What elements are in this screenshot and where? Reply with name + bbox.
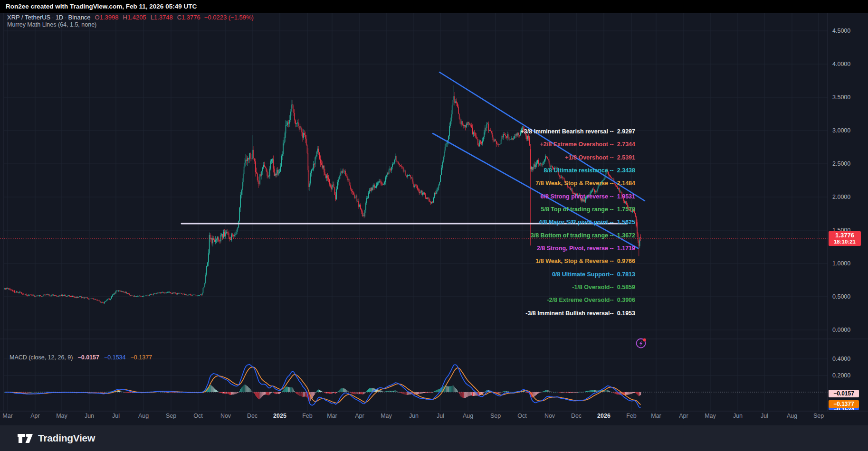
legend-separator: · [52, 14, 54, 21]
murrey-line-label: +3/8 Imminent Bearish reversal --2.9297 [520, 128, 635, 135]
murrey-line-label: -1/8 Oversold--0.5859 [572, 284, 635, 291]
time-tick-label: Apr [679, 413, 688, 419]
footer-bar: TradingView [0, 425, 868, 451]
alert-icon[interactable] [635, 337, 648, 349]
close-label: C [177, 14, 181, 21]
macd-signal-badge: −0.1377 [829, 400, 859, 408]
chart-stage: Ron2ee created with TradingView.com, Feb… [0, 0, 868, 451]
time-tick-label: Feb [626, 413, 637, 419]
last-price-badge: 1.3776 18:10:21 [829, 231, 861, 246]
time-tick-label: Mar [2, 413, 13, 419]
price-tick-label: 1.0000 [832, 260, 850, 267]
time-tick-label: Nov [544, 413, 555, 419]
bar-countdown: 18:10:21 [829, 239, 861, 244]
price-tick-label: 2.0000 [832, 194, 850, 200]
time-tick-label: Dec [247, 413, 258, 419]
time-tick-label: Sep [813, 413, 824, 419]
price-tick-label: 0.0000 [832, 327, 850, 333]
murrey-line-label: 5/8 Top of trading range --1.7578 [541, 206, 635, 213]
last-price-value: 1.3776 [829, 232, 861, 239]
time-tick-label: Nov [220, 413, 231, 419]
time-tick-label: Apr [355, 413, 364, 419]
price-tick-label: 2.5000 [832, 160, 850, 167]
time-tick-label: Aug [463, 413, 473, 419]
open-value: 1.3998 [100, 14, 119, 21]
attribution-text: Ron2ee created with TradingView.com, Feb… [6, 3, 197, 10]
murrey-line-label: 7/8 Weak, Stop & Reverse --2.1484 [535, 180, 635, 187]
indicator-legend-macd[interactable]: MACD (close, 12, 26, 9)−0.0157−0.1534−0.… [10, 354, 152, 361]
murrey-line-label: 3/8 Bottom of trading range --1.3672 [531, 232, 635, 239]
murrey-line-label: 4/8 Major S/R pivot point --1.5625 [539, 219, 635, 226]
murrey-line-label: -3/8 Imminent Bullish reversal--0.1953 [525, 310, 635, 317]
macd-tick-label: 0.4000 [832, 356, 850, 362]
price-tick-label: 0.5000 [832, 293, 850, 300]
time-tick-label: May [705, 413, 716, 419]
time-tick-label: Sep [490, 413, 501, 419]
murrey-line-label: 1/8 Weak, Stop & Reverse --0.9766 [535, 258, 635, 264]
tradingview-logo-icon[interactable] [17, 432, 33, 444]
murrey-line-label: 0/8 Ultimate Support--0.7813 [552, 271, 635, 278]
price-tick-label: 4.0000 [832, 61, 850, 67]
time-tick-label: May [56, 413, 67, 419]
price-tick-label: 3.5000 [832, 94, 850, 101]
time-tick-label: 2026 [597, 413, 610, 419]
murrey-line-label: 6/8 Strong pivot reverse --1.9531 [541, 193, 635, 200]
time-tick-label: Aug [138, 413, 149, 419]
tradingview-brand-text[interactable]: TradingView [38, 432, 95, 444]
high-label: H [123, 14, 127, 21]
alert-dot [643, 338, 646, 341]
time-tick-label: Mar [651, 413, 661, 419]
time-tick-label: Oct [193, 413, 202, 419]
time-tick-label: Jul [761, 413, 768, 419]
time-tick-label: Jun [733, 413, 743, 419]
time-tick-label: Mar [327, 413, 337, 419]
time-tick-label: Jun [409, 413, 419, 419]
open-label: O [95, 14, 100, 21]
macd-signal-value: −0.1377 [131, 354, 153, 361]
murrey-line-label: 8/8 Ultimate resistance --2.3438 [544, 167, 635, 174]
indicator-legend-murrey[interactable]: Murrey Math Lines (64, 1.5, none) [7, 21, 96, 28]
time-tick-label: Feb [302, 413, 313, 419]
time-tick-label: 2025 [273, 413, 286, 419]
murrey-line-label: -2/8 Extreme Oversold--0.3906 [547, 297, 635, 303]
time-tick-label: Dec [571, 413, 582, 419]
price-tick-label: 4.5000 [832, 28, 850, 34]
symbol-legend[interactable]: XRP / TetherUS·1D·BinanceO1.3998H1.4205L… [7, 14, 254, 21]
time-tick-label: Aug [787, 413, 797, 419]
change-value: −0.0223 (−1.59%) [204, 14, 254, 21]
macd-line-value: −0.1534 [104, 354, 126, 361]
macd-params: (close, 12, 26, 9) [29, 354, 73, 361]
high-value: 1.4205 [127, 14, 146, 21]
macd-hist-value: −0.0157 [77, 354, 99, 361]
murrey-line-label: 2/8 Strong, Pivot, reverse --1.1719 [537, 245, 635, 252]
time-tick-label: Apr [30, 413, 39, 419]
time-tick-label: Jun [85, 413, 94, 419]
time-tick-label: May [381, 413, 392, 419]
exchange-label: Binance [68, 14, 91, 21]
time-tick-label: Sep [166, 413, 176, 419]
low-label: L [151, 14, 154, 21]
macd-hist-badge: −0.0157 [829, 390, 859, 397]
time-tick-label: Jul [112, 413, 120, 419]
murrey-line-label: +1/8 Overshoot --2.5391 [565, 154, 635, 161]
murrey-line-label: +2/8 Extreme Overshoot --2.7344 [540, 141, 635, 148]
snapshot-attribution-bar: Ron2ee created with TradingView.com, Feb… [0, 0, 868, 13]
time-tick-label: Jul [437, 413, 444, 419]
price-chart-canvas[interactable] [0, 0, 868, 451]
macd-name: MACD [10, 354, 27, 361]
time-tick-label: Oct [517, 413, 526, 419]
close-value: 1.3776 [181, 14, 200, 21]
low-value: 1.3748 [154, 14, 173, 21]
interval-label[interactable]: 1D [56, 14, 64, 21]
price-tick-label: 3.0000 [832, 127, 850, 134]
lightning-bolt-icon [639, 341, 642, 346]
symbol-title[interactable]: XRP / TetherUS [7, 14, 50, 21]
macd-tick-label: 0.2000 [832, 372, 850, 379]
legend-separator: · [65, 14, 67, 21]
